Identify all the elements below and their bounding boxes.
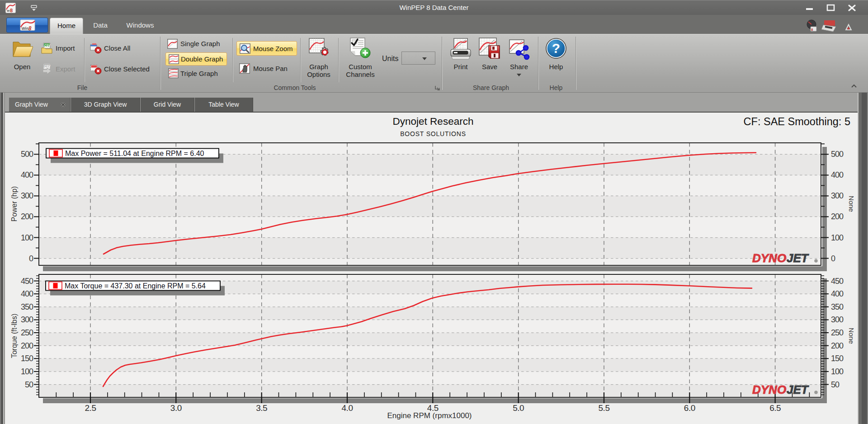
svg-text:CSV: CSV <box>44 65 51 68</box>
svg-text:50: 50 <box>831 380 840 389</box>
svg-text:400: 400 <box>831 289 844 298</box>
svg-text:200: 200 <box>21 341 33 350</box>
svg-text:500: 500 <box>831 150 844 159</box>
svg-text:Engine RPM (rpmx1000): Engine RPM (rpmx1000) <box>387 411 472 420</box>
svg-text:0: 0 <box>29 254 33 263</box>
svg-text:CSV: CSV <box>44 44 51 47</box>
svg-text:5.0: 5.0 <box>513 403 524 413</box>
svg-text:100: 100 <box>831 233 844 242</box>
svg-text:CF: SAE Smoothing: 5: CF: SAE Smoothing: 5 <box>744 116 850 127</box>
svg-text:Dynojet Research: Dynojet Research <box>393 116 474 127</box>
svg-text:5.5: 5.5 <box>599 403 610 413</box>
svg-text:200: 200 <box>831 341 844 350</box>
svg-text:150: 150 <box>21 354 33 363</box>
svg-text:JET: JET <box>787 251 809 265</box>
svg-text:100: 100 <box>831 367 844 376</box>
svg-text:8: 8 <box>811 28 813 32</box>
svg-text:500: 500 <box>21 150 33 159</box>
svg-text:250: 250 <box>21 328 33 337</box>
svg-text:100: 100 <box>21 367 33 376</box>
svg-text:50: 50 <box>25 380 33 389</box>
svg-text:Max Torque = 437.30 at Engine: Max Torque = 437.30 at Engine RPM = 5.64 <box>65 282 206 290</box>
svg-text:Torque (ft-lbs): Torque (ft-lbs) <box>10 314 18 358</box>
svg-text:None: None <box>848 328 855 344</box>
svg-text:300: 300 <box>21 191 33 200</box>
svg-text:150: 150 <box>831 354 844 363</box>
svg-text:Max Power = 511.04 at Engine R: Max Power = 511.04 at Engine RPM = 6.40 <box>65 150 204 157</box>
svg-text:DYNO: DYNO <box>752 383 786 396</box>
svg-text:350: 350 <box>21 302 33 311</box>
svg-text:3.5: 3.5 <box>256 403 267 413</box>
svg-text:300: 300 <box>21 315 33 324</box>
svg-text:300: 300 <box>831 191 844 200</box>
svg-text:4.0: 4.0 <box>342 403 353 413</box>
svg-text:8: 8 <box>10 8 13 13</box>
svg-text:DYNO: DYNO <box>752 251 786 265</box>
svg-text:200: 200 <box>831 212 844 221</box>
svg-text:450: 450 <box>831 277 844 286</box>
svg-text:450: 450 <box>21 277 33 286</box>
svg-text:6.0: 6.0 <box>684 403 695 413</box>
svg-text:400: 400 <box>21 289 33 298</box>
svg-text:3.0: 3.0 <box>170 403 182 413</box>
svg-text:0: 0 <box>831 254 835 263</box>
svg-text:400: 400 <box>21 170 33 179</box>
svg-text:BOOST SOLUTIONS: BOOST SOLUTIONS <box>400 130 466 137</box>
svg-text:200: 200 <box>21 212 33 221</box>
svg-text:250: 250 <box>831 328 844 337</box>
svg-text:Power (hp): Power (hp) <box>10 186 18 221</box>
svg-text:400: 400 <box>831 170 844 179</box>
svg-text:350: 350 <box>831 302 844 311</box>
svg-text:?: ? <box>552 41 560 56</box>
svg-text:JET: JET <box>787 383 809 396</box>
svg-text:100: 100 <box>21 233 33 242</box>
svg-text:Win: Win <box>21 26 28 31</box>
svg-text:2.5: 2.5 <box>85 403 96 413</box>
svg-text:6.5: 6.5 <box>769 403 781 413</box>
svg-text:300: 300 <box>831 315 844 324</box>
svg-text:w: w <box>6 9 10 13</box>
svg-text:8: 8 <box>28 25 32 32</box>
svg-text:None: None <box>848 196 855 212</box>
